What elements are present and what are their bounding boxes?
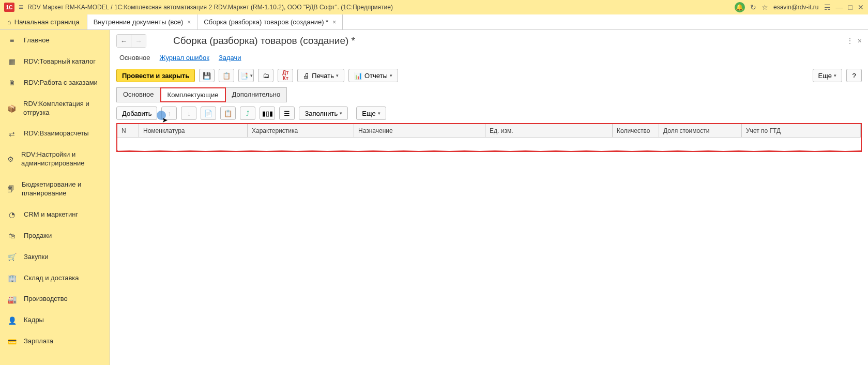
- sidebar-item-label: Производство: [24, 295, 68, 303]
- main-menu-icon[interactable]: ≡: [19, 3, 23, 12]
- settlements-icon: ⇄: [7, 130, 17, 138]
- user-label[interactable]: esavin@rdv-it.ru: [773, 4, 819, 11]
- link-error-log[interactable]: Журнал ошибок: [160, 54, 209, 62]
- nav-buttons: ← →: [116, 34, 146, 48]
- settings-icon[interactable]: ☴: [824, 3, 831, 11]
- close-icon[interactable]: ×: [332, 19, 336, 26]
- sidebar-item-catalog[interactable]: ▦RDV:Товарный каталог: [0, 51, 110, 72]
- post-icon[interactable]: 📋: [219, 69, 234, 82]
- paste-icon[interactable]: 📋: [220, 107, 236, 120]
- sidebar-item-shipping[interactable]: 📦RDV:Комплектация и отгрузка: [0, 94, 110, 124]
- fill-button[interactable]: Заполнить ▾: [299, 107, 348, 120]
- components-table: N Номенклатура Характеристика Назначение…: [116, 123, 862, 152]
- link-tasks[interactable]: Задачи: [219, 54, 241, 62]
- close-icon[interactable]: ×: [187, 19, 191, 26]
- sidebar-item-label: Продажи: [24, 232, 52, 240]
- barcode-icon[interactable]: ▮▯▮: [260, 107, 275, 120]
- table-body-empty[interactable]: [117, 138, 861, 151]
- page-title: Сборка (разборка) товаров (создание) *: [173, 35, 355, 47]
- table-header: N Номенклатура Характеристика Назначение…: [117, 124, 861, 138]
- sidebar-item-crm[interactable]: ◔CRM и маркетинг: [0, 204, 110, 225]
- col-cost-share[interactable]: Доля стоимости: [659, 124, 742, 137]
- window-title: RDV Маркет RM-KA-MODEL / 1С:Комплексная …: [27, 4, 730, 11]
- col-unit[interactable]: Ед. изм.: [485, 124, 613, 137]
- page-links: Основное Журнал ошибок Задачи: [116, 54, 862, 62]
- back-button[interactable]: ←: [117, 35, 131, 47]
- more-label: Еще: [362, 110, 375, 117]
- move-up-icon[interactable]: ↑: [161, 107, 177, 120]
- sidebar-item-label: RDV:Взаиморасчеты: [24, 129, 89, 138]
- list-icon[interactable]: ☰: [279, 107, 295, 120]
- sidebar: ≡Главное ▦RDV:Товарный каталог 🗎RDV:Рабо…: [0, 30, 110, 365]
- post-and-close-button[interactable]: Провести и закрыть: [116, 69, 195, 82]
- titlebar: 1C ≡ RDV Маркет RM-KA-MODEL / 1С:Комплек…: [0, 0, 868, 14]
- crm-icon: ◔: [7, 210, 17, 219]
- col-quantity[interactable]: Количество: [613, 124, 659, 137]
- table-toolbar: Добавить ➤ ↑ ↓ 📄 📋 ⤴ ▮▯▮ ☰ Заполнить ▾ Е…: [116, 107, 862, 120]
- tab-internal-docs[interactable]: Внутренние документы (все) ×: [87, 14, 198, 29]
- sidebar-item-salary[interactable]: 💳Зарплата: [0, 331, 110, 352]
- sidebar-item-label: RDV:Настройки и администрирование: [21, 150, 102, 168]
- purchases-icon: 🛒: [7, 253, 17, 261]
- sidebar-item-sales[interactable]: 🛍Продажи: [0, 225, 110, 247]
- orders-icon: 🗎: [7, 79, 17, 87]
- tab-label: Сборка (разборка) товаров (создание) *: [204, 18, 328, 26]
- col-purpose[interactable]: Назначение: [354, 124, 485, 137]
- maximize-icon[interactable]: □: [848, 3, 852, 11]
- favorites-icon[interactable]: ☆: [762, 3, 768, 11]
- sidebar-item-main[interactable]: ≡Главное: [0, 30, 110, 51]
- minimize-icon[interactable]: —: [836, 3, 843, 11]
- share-icon[interactable]: ⤴: [240, 107, 255, 120]
- sidebar-item-warehouse[interactable]: 🏢Склад и доставка: [0, 268, 110, 289]
- col-nomenclature[interactable]: Номенклатура: [139, 124, 248, 137]
- sidebar-item-production[interactable]: 🏭Производство: [0, 288, 110, 310]
- close-window-icon[interactable]: ✕: [858, 3, 864, 11]
- sidebar-item-purchases[interactable]: 🛒Закупки: [0, 247, 110, 268]
- more-button[interactable]: Еще ▾: [813, 69, 842, 82]
- production-icon: 🏭: [7, 295, 17, 303]
- more-menu-icon[interactable]: ⋮: [846, 37, 854, 45]
- inner-tab-components[interactable]: Комплектующие: [160, 87, 226, 102]
- fill-label: Заполнить: [304, 110, 338, 117]
- sidebar-item-orders[interactable]: 🗎RDV:Работа с заказами: [0, 72, 110, 94]
- reports-button[interactable]: 📊 Отчеты ▾: [348, 69, 398, 82]
- sidebar-item-label: RDV:Комплектация и отгрузка: [23, 100, 102, 117]
- hr-icon: 👤: [7, 316, 17, 325]
- sidebar-item-hr[interactable]: 👤Кадры: [0, 310, 110, 331]
- move-down-icon[interactable]: ↓: [181, 107, 196, 120]
- close-page-icon[interactable]: ×: [858, 37, 862, 45]
- col-characteristic[interactable]: Характеристика: [248, 124, 354, 137]
- forward-button[interactable]: →: [131, 35, 146, 47]
- col-gtd[interactable]: Учет по ГТД: [742, 124, 861, 137]
- inner-tab-additional[interactable]: Дополнительно: [225, 87, 287, 102]
- print-button[interactable]: 🖨 Печать ▾: [297, 69, 344, 82]
- sidebar-item-settings[interactable]: ⚙RDV:Настройки и администрирование: [0, 144, 110, 174]
- based-on-icon[interactable]: 📑▾: [238, 69, 254, 82]
- app-logo-icon: 1C: [4, 3, 14, 12]
- inner-tabs: Основное Комплектующие Дополнительно: [116, 87, 862, 102]
- sidebar-item-label: Склад и доставка: [24, 274, 79, 283]
- sidebar-item-label: Кадры: [24, 316, 44, 325]
- col-n[interactable]: N: [117, 124, 139, 137]
- home-tab[interactable]: ⌂ Начальная страница: [0, 14, 87, 29]
- inner-tab-main[interactable]: Основное: [116, 87, 161, 102]
- sidebar-item-label: RDV:Товарный каталог: [24, 57, 96, 66]
- more-label: Еще: [818, 72, 832, 80]
- sidebar-item-budget[interactable]: 🗐Бюджетирование и планирование: [0, 174, 110, 204]
- link-main[interactable]: Основное: [119, 54, 150, 62]
- help-button[interactable]: ?: [846, 69, 862, 82]
- attach-icon[interactable]: 🗂: [258, 69, 273, 82]
- tabs-bar: ⌂ Начальная страница Внутренние документ…: [0, 14, 868, 30]
- copy-icon[interactable]: 📄: [201, 107, 216, 120]
- sidebar-item-label: RDV:Работа с заказами: [24, 79, 98, 87]
- content: ← → Сборка (разборка) товаров (создание)…: [110, 30, 868, 365]
- notifications-icon[interactable]: 🔔: [735, 2, 745, 12]
- tab-assembly[interactable]: Сборка (разборка) товаров (создание) * ×: [197, 14, 343, 29]
- home-tab-label: Начальная страница: [14, 18, 80, 26]
- sidebar-item-settlements[interactable]: ⇄RDV:Взаиморасчеты: [0, 123, 110, 144]
- history-icon[interactable]: ↻: [750, 3, 756, 11]
- dtkt-icon[interactable]: ДтКт: [278, 69, 293, 82]
- save-icon[interactable]: 💾: [199, 69, 215, 82]
- table-more-button[interactable]: Еще ▾: [356, 107, 386, 120]
- add-button[interactable]: Добавить: [116, 107, 157, 120]
